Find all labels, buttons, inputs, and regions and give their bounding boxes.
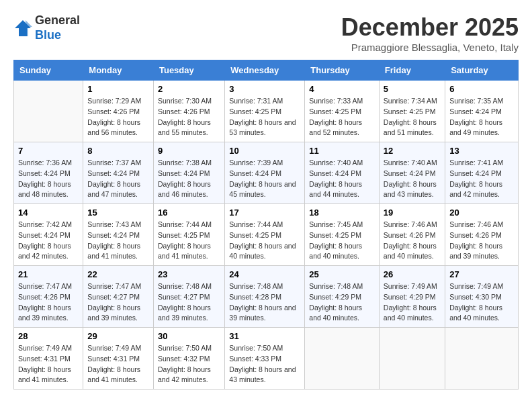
day-number: 22 bbox=[87, 269, 149, 279]
calendar-cell: 17Sunrise: 7:44 AMSunset: 4:25 PMDayligh… bbox=[225, 204, 305, 266]
logo-icon bbox=[13, 19, 32, 38]
calendar-cell: 13Sunrise: 7:41 AMSunset: 4:24 PMDayligh… bbox=[445, 142, 519, 204]
day-info: Sunrise: 7:43 AMSunset: 4:24 PMDaylight:… bbox=[87, 220, 149, 262]
logo-text: General Blue bbox=[35, 13, 80, 42]
calendar-cell: 15Sunrise: 7:43 AMSunset: 4:24 PMDayligh… bbox=[83, 204, 154, 266]
calendar-week-row: 21Sunrise: 7:47 AMSunset: 4:26 PMDayligh… bbox=[14, 266, 519, 328]
day-info: Sunrise: 7:31 AMSunset: 4:25 PMDaylight:… bbox=[229, 96, 300, 138]
logo-blue: Blue bbox=[35, 28, 61, 42]
day-info: Sunrise: 7:44 AMSunset: 4:25 PMDaylight:… bbox=[229, 220, 300, 262]
day-number: 13 bbox=[449, 146, 514, 156]
day-number: 10 bbox=[229, 146, 300, 156]
calendar-week-row: 14Sunrise: 7:42 AMSunset: 4:24 PMDayligh… bbox=[14, 204, 519, 266]
calendar-cell: 4Sunrise: 7:33 AMSunset: 4:25 PMDaylight… bbox=[305, 81, 380, 142]
day-number: 2 bbox=[158, 84, 220, 94]
day-number: 17 bbox=[229, 208, 300, 218]
day-number: 12 bbox=[384, 146, 441, 156]
calendar-week-row: 7Sunrise: 7:36 AMSunset: 4:24 PMDaylight… bbox=[14, 142, 519, 204]
day-number: 16 bbox=[158, 208, 220, 218]
calendar-cell: 27Sunrise: 7:49 AMSunset: 4:30 PMDayligh… bbox=[445, 266, 519, 328]
day-number: 31 bbox=[229, 331, 300, 341]
weekday-header-row: SundayMondayTuesdayWednesdayThursdayFrid… bbox=[14, 60, 519, 81]
day-number: 5 bbox=[384, 84, 441, 94]
page-header: General Blue December 2025 Pramaggiore B… bbox=[13, 13, 519, 53]
location-subtitle: Pramaggiore Blessaglia, Veneto, Italy bbox=[341, 42, 519, 53]
calendar-cell bbox=[379, 328, 445, 390]
day-number: 26 bbox=[384, 269, 441, 279]
day-info: Sunrise: 7:36 AMSunset: 4:24 PMDaylight:… bbox=[18, 158, 79, 200]
day-info: Sunrise: 7:49 AMSunset: 4:31 PMDaylight:… bbox=[18, 343, 79, 385]
calendar-cell: 28Sunrise: 7:49 AMSunset: 4:31 PMDayligh… bbox=[14, 328, 83, 390]
day-number: 28 bbox=[18, 331, 79, 341]
calendar-cell: 14Sunrise: 7:42 AMSunset: 4:24 PMDayligh… bbox=[14, 204, 83, 266]
title-block: December 2025 Pramaggiore Blessaglia, Ve… bbox=[341, 13, 519, 53]
calendar-cell bbox=[305, 328, 380, 390]
calendar-cell: 11Sunrise: 7:40 AMSunset: 4:24 PMDayligh… bbox=[305, 142, 380, 204]
calendar-cell: 20Sunrise: 7:46 AMSunset: 4:26 PMDayligh… bbox=[445, 204, 519, 266]
weekday-header-tuesday: Tuesday bbox=[153, 60, 224, 81]
calendar-week-row: 28Sunrise: 7:49 AMSunset: 4:31 PMDayligh… bbox=[14, 328, 519, 390]
day-number: 9 bbox=[158, 146, 220, 156]
calendar-cell: 26Sunrise: 7:49 AMSunset: 4:29 PMDayligh… bbox=[379, 266, 445, 328]
calendar-cell: 22Sunrise: 7:47 AMSunset: 4:27 PMDayligh… bbox=[83, 266, 154, 328]
calendar-cell: 7Sunrise: 7:36 AMSunset: 4:24 PMDaylight… bbox=[14, 142, 83, 204]
day-info: Sunrise: 7:49 AMSunset: 4:29 PMDaylight:… bbox=[384, 281, 441, 324]
day-info: Sunrise: 7:49 AMSunset: 4:30 PMDaylight:… bbox=[449, 281, 514, 324]
day-info: Sunrise: 7:46 AMSunset: 4:26 PMDaylight:… bbox=[449, 220, 514, 262]
calendar-cell: 10Sunrise: 7:39 AMSunset: 4:24 PMDayligh… bbox=[225, 142, 305, 204]
day-info: Sunrise: 7:44 AMSunset: 4:25 PMDaylight:… bbox=[158, 220, 220, 262]
day-info: Sunrise: 7:48 AMSunset: 4:28 PMDaylight:… bbox=[229, 281, 300, 324]
calendar-cell: 18Sunrise: 7:45 AMSunset: 4:25 PMDayligh… bbox=[305, 204, 380, 266]
day-info: Sunrise: 7:42 AMSunset: 4:24 PMDaylight:… bbox=[18, 220, 79, 262]
day-info: Sunrise: 7:38 AMSunset: 4:24 PMDaylight:… bbox=[158, 158, 220, 200]
day-info: Sunrise: 7:40 AMSunset: 4:24 PMDaylight:… bbox=[309, 158, 375, 200]
calendar-cell: 23Sunrise: 7:48 AMSunset: 4:27 PMDayligh… bbox=[153, 266, 224, 328]
day-number: 27 bbox=[449, 269, 514, 279]
day-number: 15 bbox=[87, 208, 149, 218]
weekday-header-wednesday: Wednesday bbox=[225, 60, 305, 81]
calendar-cell: 19Sunrise: 7:46 AMSunset: 4:26 PMDayligh… bbox=[379, 204, 445, 266]
day-number: 29 bbox=[87, 331, 149, 341]
day-info: Sunrise: 7:47 AMSunset: 4:26 PMDaylight:… bbox=[18, 281, 79, 324]
day-info: Sunrise: 7:30 AMSunset: 4:26 PMDaylight:… bbox=[158, 96, 220, 138]
day-number: 6 bbox=[449, 84, 514, 94]
day-number: 3 bbox=[229, 84, 300, 94]
day-info: Sunrise: 7:45 AMSunset: 4:25 PMDaylight:… bbox=[309, 220, 375, 262]
day-info: Sunrise: 7:35 AMSunset: 4:24 PMDaylight:… bbox=[449, 96, 514, 138]
calendar-cell: 29Sunrise: 7:49 AMSunset: 4:31 PMDayligh… bbox=[83, 328, 154, 390]
calendar-cell bbox=[445, 328, 519, 390]
weekday-header-thursday: Thursday bbox=[305, 60, 380, 81]
calendar-cell: 21Sunrise: 7:47 AMSunset: 4:26 PMDayligh… bbox=[14, 266, 83, 328]
calendar-cell: 30Sunrise: 7:50 AMSunset: 4:32 PMDayligh… bbox=[153, 328, 224, 390]
day-number: 21 bbox=[18, 269, 79, 279]
calendar-cell: 16Sunrise: 7:44 AMSunset: 4:25 PMDayligh… bbox=[153, 204, 224, 266]
day-info: Sunrise: 7:48 AMSunset: 4:29 PMDaylight:… bbox=[309, 281, 375, 324]
day-number: 24 bbox=[229, 269, 300, 279]
day-number: 25 bbox=[309, 269, 375, 279]
day-info: Sunrise: 7:40 AMSunset: 4:24 PMDaylight:… bbox=[384, 158, 441, 200]
calendar-cell: 25Sunrise: 7:48 AMSunset: 4:29 PMDayligh… bbox=[305, 266, 380, 328]
calendar-cell: 24Sunrise: 7:48 AMSunset: 4:28 PMDayligh… bbox=[225, 266, 305, 328]
day-info: Sunrise: 7:46 AMSunset: 4:26 PMDaylight:… bbox=[384, 220, 441, 262]
day-info: Sunrise: 7:34 AMSunset: 4:25 PMDaylight:… bbox=[384, 96, 441, 138]
day-number: 23 bbox=[158, 269, 220, 279]
day-info: Sunrise: 7:41 AMSunset: 4:24 PMDaylight:… bbox=[449, 158, 514, 200]
calendar-cell: 8Sunrise: 7:37 AMSunset: 4:24 PMDaylight… bbox=[83, 142, 154, 204]
logo: General Blue bbox=[13, 13, 80, 42]
day-number: 1 bbox=[87, 84, 149, 94]
day-number: 20 bbox=[449, 208, 514, 218]
day-number: 8 bbox=[87, 146, 149, 156]
calendar-table: SundayMondayTuesdayWednesdayThursdayFrid… bbox=[13, 60, 519, 390]
day-number: 19 bbox=[384, 208, 441, 218]
day-number: 30 bbox=[158, 331, 220, 341]
calendar-cell bbox=[14, 81, 83, 142]
day-info: Sunrise: 7:50 AMSunset: 4:32 PMDaylight:… bbox=[158, 343, 220, 385]
calendar-cell: 3Sunrise: 7:31 AMSunset: 4:25 PMDaylight… bbox=[225, 81, 305, 142]
calendar-cell: 2Sunrise: 7:30 AMSunset: 4:26 PMDaylight… bbox=[153, 81, 224, 142]
calendar-cell: 5Sunrise: 7:34 AMSunset: 4:25 PMDaylight… bbox=[379, 81, 445, 142]
day-info: Sunrise: 7:49 AMSunset: 4:31 PMDaylight:… bbox=[87, 343, 149, 385]
calendar-cell: 31Sunrise: 7:50 AMSunset: 4:33 PMDayligh… bbox=[225, 328, 305, 390]
logo-general: General bbox=[35, 13, 80, 27]
calendar-cell: 9Sunrise: 7:38 AMSunset: 4:24 PMDaylight… bbox=[153, 142, 224, 204]
day-number: 18 bbox=[309, 208, 375, 218]
